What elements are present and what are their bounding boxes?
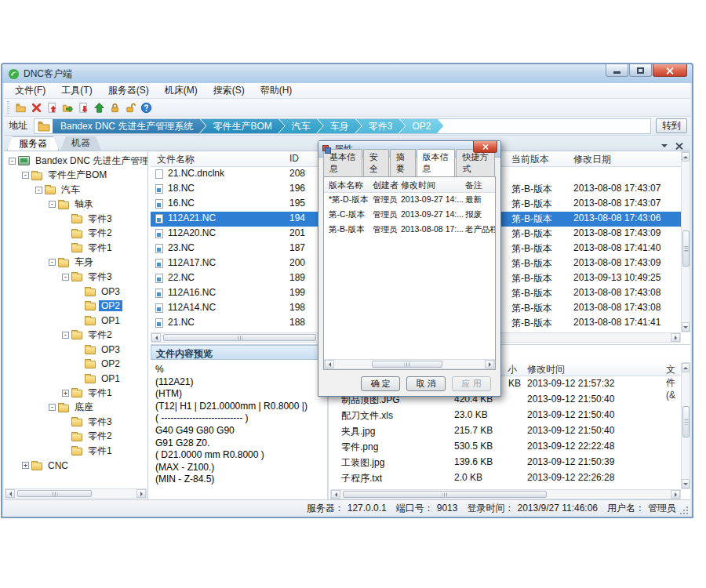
expander[interactable]	[75, 361, 82, 368]
tree-item-root[interactable]: -Bandex DNC 先进生产管理系统	[4, 154, 147, 169]
version-row[interactable]: *第-D-版本管理员2013-09-27 14:...最新	[324, 193, 495, 208]
expander[interactable]	[75, 317, 82, 324]
scrollbar-thumb[interactable]	[682, 406, 690, 437]
menu-server[interactable]: 服务器(S)	[100, 82, 157, 99]
tree-item[interactable]: 零件3	[4, 415, 147, 430]
tree-item-cnc[interactable]: +CNC	[4, 459, 147, 474]
scrollbar-thumb[interactable]	[372, 361, 442, 368]
menu-help[interactable]: 帮助(H)	[253, 82, 300, 99]
tab-machine[interactable]: 机器	[60, 136, 101, 151]
attachment-row[interactable]: 配刀文件.xls23.0 KB2013-09-12 21:50:40	[330, 408, 681, 423]
expander[interactable]: -	[22, 172, 29, 179]
expander[interactable]	[62, 245, 69, 252]
attachment-row[interactable]: 零件.png530.5 KB2013-09-12 22:22:48	[330, 439, 681, 455]
tree-item[interactable]: OP1	[4, 314, 147, 328]
scroll-up-icon[interactable]	[682, 152, 690, 162]
menu-search[interactable]: 搜索(S)	[206, 82, 253, 99]
version-row[interactable]: 第-C-版本管理员2013-09-27 14:...报废	[324, 208, 495, 223]
column-current-version[interactable]: 当前版本	[511, 153, 549, 166]
version-table-scrollbar[interactable]	[324, 359, 495, 369]
expander[interactable]: -	[49, 404, 56, 411]
tab-security[interactable]: 安全	[363, 149, 389, 176]
attachment-row[interactable]: 工装图.jpg139.6 KB2013-09-12 21:50:39	[330, 455, 681, 470]
breadcrumb-body[interactable]: 车身	[317, 118, 362, 134]
breadcrumb-op2[interactable]: OP2	[398, 118, 443, 134]
expander[interactable]	[75, 346, 82, 353]
scrollbar-thumb[interactable]	[17, 490, 92, 497]
expander[interactable]	[75, 288, 82, 295]
tree-item[interactable]: OP2	[4, 357, 147, 372]
attachment-vertical-scrollbar[interactable]	[681, 362, 690, 489]
expander[interactable]	[75, 375, 82, 382]
minimize-button[interactable]	[606, 64, 628, 77]
column-creator[interactable]: 创建者	[373, 180, 398, 191]
open-folder-icon[interactable]	[60, 100, 75, 114]
tree-item-carbody[interactable]: -车身	[4, 256, 147, 270]
maximize-button[interactable]	[629, 64, 652, 77]
expander[interactable]: -	[35, 187, 42, 194]
scroll-right-icon[interactable]	[136, 489, 146, 498]
expander[interactable]	[62, 419, 69, 426]
expander[interactable]: -	[9, 158, 16, 165]
scroll-left-icon[interactable]	[325, 360, 334, 368]
breadcrumb-part3[interactable]: 零件3	[355, 118, 406, 134]
expander[interactable]: +	[62, 390, 69, 397]
scrollbar-thumb[interactable]	[682, 230, 690, 267]
tree-item-base[interactable]: -底座	[4, 401, 147, 416]
expander[interactable]	[75, 303, 82, 310]
tree-item[interactable]: 零件1	[4, 241, 147, 256]
scroll-right-icon[interactable]	[671, 333, 680, 342]
checkin-file-icon[interactable]	[44, 100, 60, 114]
resize-grip[interactable]	[680, 506, 689, 515]
attachment-row[interactable]: 夹具.jpg215.7 KB2013-09-12 21:50:40	[330, 423, 681, 439]
tree-item-bom[interactable]: -零件生产BOM	[4, 169, 147, 183]
expander[interactable]	[62, 448, 69, 455]
expander[interactable]: +	[22, 462, 29, 469]
attachment-row[interactable]: 子程序.txt2.0 KB2013-09-12 22:26:28	[330, 470, 681, 486]
tab-version-info[interactable]: 版本信息	[417, 149, 456, 177]
tab-summary[interactable]: 摘要	[390, 149, 416, 176]
new-folder-icon[interactable]	[13, 100, 28, 114]
expander[interactable]	[62, 230, 69, 237]
menu-tools[interactable]: 工具(T)	[53, 82, 100, 99]
attachment-horizontal-scrollbar[interactable]	[330, 489, 681, 499]
tree-item[interactable]: 零件3	[4, 212, 147, 227]
column-modify-time[interactable]: 修改时间	[527, 363, 565, 376]
expander[interactable]: -	[49, 259, 56, 266]
expander[interactable]: -	[49, 201, 56, 208]
column-modify-time[interactable]: 修改时间	[401, 180, 435, 191]
expander[interactable]	[62, 433, 69, 440]
version-row[interactable]: 第-B-版本管理员2013-08-08 17:...老产品程序	[324, 223, 495, 238]
tree-item[interactable]: +零件1	[4, 386, 147, 401]
column-id[interactable]: ID	[289, 153, 299, 164]
help-icon[interactable]	[138, 100, 154, 114]
scroll-left-icon[interactable]	[331, 490, 340, 499]
scroll-right-icon[interactable]	[671, 490, 680, 499]
cancel-button[interactable]: 取 消	[406, 376, 446, 391]
breadcrumb-auto[interactable]: 汽车	[278, 118, 323, 134]
tree-item[interactable]: -零件3	[4, 270, 147, 285]
checkout-file-icon[interactable]	[75, 100, 91, 114]
file-list-vertical-scrollbar[interactable]	[681, 151, 690, 332]
upload-icon[interactable]	[91, 100, 107, 114]
tab-shortcut[interactable]: 快捷方式	[456, 149, 495, 176]
scrollbar-thumb[interactable]	[163, 334, 316, 341]
scroll-up-icon[interactable]	[682, 363, 690, 372]
tree-item[interactable]: 零件2	[4, 227, 147, 241]
scroll-down-icon[interactable]	[682, 322, 690, 332]
tree-item-auto[interactable]: -汽车	[4, 183, 147, 198]
delete-icon[interactable]	[28, 100, 44, 114]
tab-server[interactable]: 服务器	[7, 136, 59, 151]
menu-file[interactable]: 文件(F)	[7, 82, 53, 99]
tree-horizontal-scrollbar[interactable]	[5, 488, 147, 499]
tree-item-bearing[interactable]: -轴承	[4, 198, 147, 212]
breadcrumb-root[interactable]: Bandex DNC 先进生产管理系统	[53, 118, 206, 134]
close-button[interactable]	[653, 64, 687, 77]
tree-item[interactable]: -零件2	[4, 328, 147, 343]
column-size-partial[interactable]: 小	[508, 363, 517, 376]
column-modify-date[interactable]: 修改日期	[573, 153, 611, 166]
scroll-down-icon[interactable]	[682, 479, 690, 488]
panel-dropdown-icon[interactable]	[661, 144, 668, 151]
tree-item[interactable]: OP3	[4, 285, 147, 299]
menu-machine[interactable]: 机床(M)	[157, 82, 206, 99]
